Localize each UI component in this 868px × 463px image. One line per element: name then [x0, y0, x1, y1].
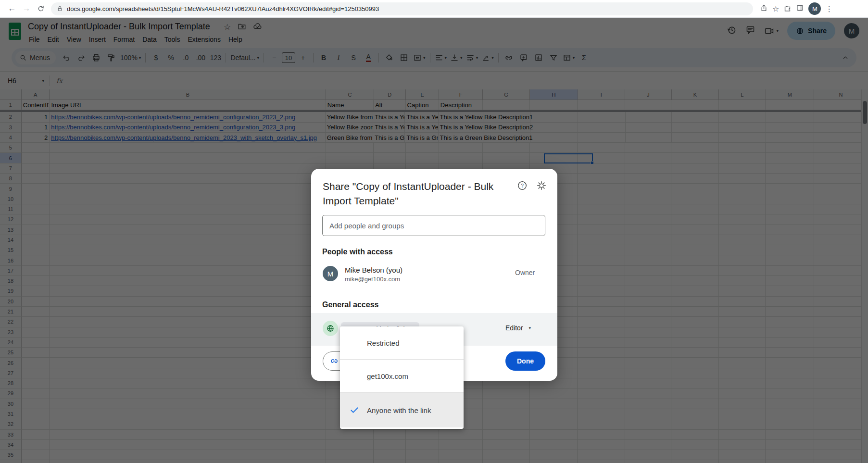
browser-profile-avatar[interactable]: M: [808, 2, 821, 15]
general-access-role-dropdown[interactable]: Editor ▾: [505, 324, 531, 332]
svg-text:?: ?: [521, 183, 524, 188]
access-option-get100x-com[interactable]: get100x.com: [340, 360, 464, 392]
settings-gear-icon[interactable]: [536, 180, 547, 193]
person-role: Owner: [515, 269, 535, 276]
link-icon: [330, 357, 339, 365]
browser-menu-icon[interactable]: ⋮: [825, 4, 833, 13]
share-dialog-title: Share "Copy of InstantUploader - Bulk Im…: [323, 179, 505, 208]
access-option-restricted[interactable]: Restricted: [340, 326, 464, 359]
access-option-label: get100x.com: [367, 372, 408, 380]
person-avatar: M: [323, 266, 338, 281]
address-bar[interactable]: docs.google.com/spreadsheets/d/15SptuF1M…: [51, 2, 753, 15]
general-access-heading: General access: [322, 300, 378, 309]
role-label: Editor: [505, 324, 523, 332]
help-icon[interactable]: ?: [517, 180, 528, 193]
role-caret-icon: ▾: [529, 325, 531, 330]
browser-refresh-icon[interactable]: [34, 1, 48, 16]
screen: ← → docs.google.com/spreadsheets/d/15Spt…: [0, 0, 868, 463]
person-name: Mike Belson (you): [345, 266, 403, 274]
general-access-menu: Restrictedget100x.comAnyone with the lin…: [340, 326, 464, 429]
people-with-access-heading: People with access: [322, 248, 393, 256]
share-page-icon[interactable]: [760, 4, 768, 14]
url-text: docs.google.com/spreadsheets/d/15SptuF1M…: [67, 5, 379, 13]
side-panel-icon[interactable]: [796, 4, 804, 14]
lock-icon: [57, 6, 63, 12]
browser-back-icon[interactable]: ←: [5, 1, 19, 16]
access-option-label: Anyone with the link: [367, 406, 431, 414]
person-email: mike@get100x.com: [345, 275, 400, 283]
browser-actions: ☆ M ⋮: [760, 2, 833, 15]
browser-forward-icon[interactable]: →: [19, 1, 34, 16]
check-icon: [350, 405, 359, 416]
browser-bar: ← → docs.google.com/spreadsheets/d/15Spt…: [0, 0, 868, 18]
bookmark-star-icon[interactable]: ☆: [772, 4, 779, 13]
done-button[interactable]: Done: [505, 351, 545, 371]
access-option-label: Restricted: [367, 339, 400, 347]
public-globe-icon: [323, 321, 338, 336]
add-people-input[interactable]: [322, 215, 545, 236]
access-option-anyone-with-the-link[interactable]: Anyone with the link: [340, 393, 464, 427]
extensions-puzzle-icon[interactable]: [783, 4, 792, 14]
